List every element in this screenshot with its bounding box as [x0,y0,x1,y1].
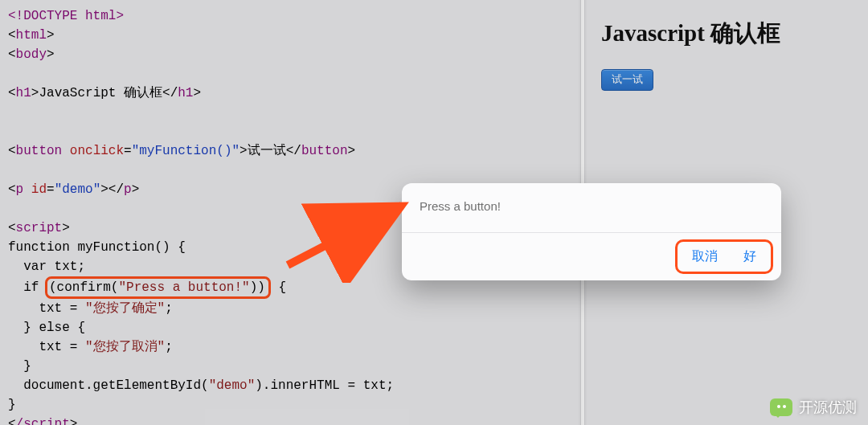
code-line: } [8,398,16,412]
preview-heading: Javascript 确认框 [601,18,854,50]
code-line: txt = [8,301,85,316]
code-token: script [16,221,63,235]
code-str: "demo" [55,182,101,197]
dialog-cancel-button[interactable]: 取消 [681,243,729,270]
code-line: ; [165,340,173,354]
code-token: /script [16,417,70,425]
watermark: 开源优测 [770,398,857,417]
code-token: button [16,144,63,158]
wechat-icon [770,398,792,416]
highlighted-dialog-buttons: 取消 好 [675,239,773,274]
watermark-text: 开源优测 [799,398,857,417]
code-str: "您按了取消" [85,340,165,354]
code-str: "您按了确定" [85,301,165,316]
code-text: JavaScript 确认框 [39,86,162,100]
code-str: "myFunction()" [132,144,240,158]
code-str: "demo" [209,378,256,393]
code-attr: id [31,182,47,197]
code-line: document.getElementById( [8,378,209,393]
code-text: 试一试 [248,144,286,158]
code-str: "Press a button!" [118,280,249,295]
confirm-dialog: Press a button! 取消 好 [402,183,781,280]
code-token: body [16,47,47,62]
code-line: txt = [8,340,85,354]
code-token: h1 [178,86,193,100]
highlighted-confirm-expression: (confirm("Press a button!")) [45,276,271,299]
dialog-message: Press a button! [402,183,781,232]
code-token: html [16,28,47,43]
code-line: ; [165,301,173,316]
code-line: } else { [8,321,85,335]
code-token: p [124,182,132,197]
try-it-button[interactable]: 试一试 [601,69,653,91]
code-line: if [8,280,47,295]
code-attr: onclick [70,144,124,158]
code-line: { [271,280,286,295]
code-token: <!DOCTYPE html> [8,9,124,23]
dialog-button-bar: 取消 好 [402,232,781,280]
code-token: h1 [16,86,31,100]
code-token: button [301,144,348,158]
code-line: } [8,359,31,374]
code-line: ).innerHTML = txt; [255,378,394,393]
code-line: var txt; [8,259,85,274]
dialog-ok-button[interactable]: 好 [732,243,768,270]
code-token: p [16,182,24,197]
code-line: function myFunction() { [8,240,186,255]
